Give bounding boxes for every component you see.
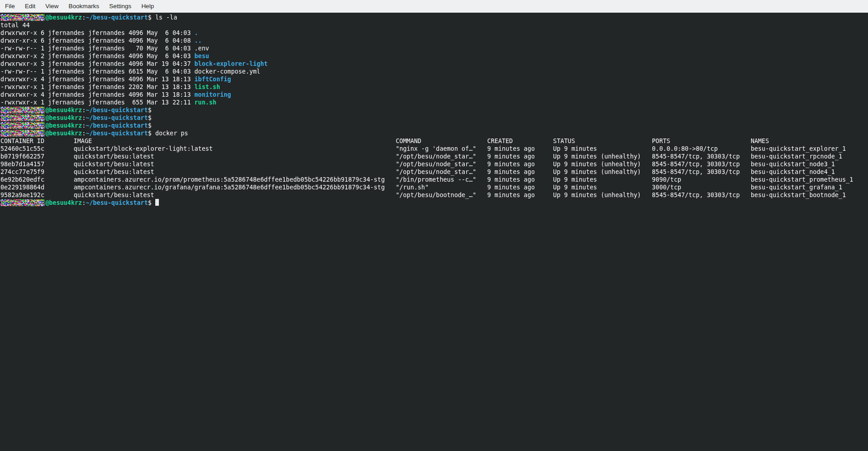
ls-entry-meta: drwxrwxr-x 3 jfernandes jfernandes 4096 … — [0, 60, 194, 67]
docker-ps-row-text: 274cc77e75f9 quickstart/besu:latest "/op… — [0, 169, 835, 175]
docker-ps-row: 9582a9ae192c quickstart/besu:latest "/op… — [0, 191, 868, 199]
prompt-line: @besuu4krz:~/besu-quickstart$ docker ps — [0, 129, 868, 137]
ls-total-line: total 44 — [0, 21, 868, 29]
docker-ps-row: 274cc77e75f9 quickstart/besu:latest "/op… — [0, 168, 868, 176]
ls-entry-name: . — [194, 30, 198, 36]
ls-entry-row: drwxrwxr-x 4 jfernandes jfernandes 4096 … — [0, 75, 868, 83]
terminal-cursor — [155, 199, 159, 206]
typed-command: ls -la — [155, 14, 177, 21]
prompt-symbol: $ — [148, 122, 155, 129]
prompt-separator: : — [82, 122, 86, 129]
docker-ps-headers: CONTAINER ID IMAGE COMMAND CREATED STATU… — [0, 138, 769, 144]
docker-ps-row: 98eb7d1a4157 quickstart/besu:latest "/op… — [0, 160, 868, 168]
ls-entry-name: docker-compose.yml — [194, 68, 260, 75]
prompt-host: @besuu4krz — [45, 199, 82, 206]
ls-entry-row: -rw-rw-r-- 1 jfernandes jfernandes 70 Ma… — [0, 45, 868, 52]
ls-entry-row: drwxrwxr-x 6 jfernandes jfernandes 4096 … — [0, 29, 868, 37]
ls-entry-name: run.sh — [194, 99, 216, 106]
ls-entry-row: -rwxrwxr-x 1 jfernandes jfernandes 655 M… — [0, 99, 868, 106]
prompt-symbol: $ — [148, 114, 155, 121]
ls-entry-row: drwxrwxr-x 3 jfernandes jfernandes 4096 … — [0, 60, 868, 68]
prompt-separator: : — [82, 199, 86, 206]
docker-ps-row-text: b0719f662257 quickstart/besu:latest "/op… — [0, 153, 842, 160]
ls-entry-name: .env — [194, 45, 209, 52]
prompt-host: @besuu4krz — [45, 107, 82, 114]
ls-entry-name: list.sh — [194, 84, 220, 90]
ls-entry-row: drwxrwxr-x 4 jfernandes jfernandes 4096 … — [0, 91, 868, 99]
menu-view[interactable]: View — [40, 0, 64, 12]
prompt-symbol: $ — [148, 107, 155, 114]
redacted-username-noise — [0, 130, 44, 137]
redacted-username-noise — [0, 14, 44, 21]
docker-ps-row-text: 6e92b620edfc ampcontainers.azurecr.io/pr… — [0, 176, 853, 183]
menu-edit[interactable]: Edit — [20, 0, 40, 12]
menu-bookmarks[interactable]: Bookmarks — [64, 0, 104, 12]
prompt-separator: : — [82, 130, 86, 137]
ls-entry-row: -rwxrwxr-x 1 jfernandes jfernandes 2202 … — [0, 83, 868, 91]
prompt-path: ~/besu-quickstart — [86, 122, 148, 129]
ls-entry-meta: drwxrwxr-x 4 jfernandes jfernandes 4096 … — [0, 76, 194, 83]
ls-entry-row: drwxr-xr-x 6 jfernandes jfernandes 4096 … — [0, 37, 868, 45]
menu-settings[interactable]: Settings — [104, 0, 137, 12]
prompt-path: ~/besu-quickstart — [86, 199, 148, 206]
docker-ps-row: b0719f662257 quickstart/besu:latest "/op… — [0, 153, 868, 160]
prompt-symbol: $ — [148, 130, 155, 137]
prompt-line: @besuu4krz:~/besu-quickstart$ ls -la — [0, 14, 868, 21]
ls-entry-name: besu — [194, 53, 209, 59]
prompt-host: @besuu4krz — [45, 114, 82, 121]
prompt-path: ~/besu-quickstart — [86, 14, 148, 21]
prompt-line: @besuu4krz:~/besu-quickstart$ — [0, 199, 868, 207]
redacted-username-noise — [0, 107, 44, 114]
menu-bar: File Edit View Bookmarks Settings Help — [0, 0, 868, 13]
redacted-username-noise — [0, 114, 44, 121]
ls-entry-name: .. — [194, 37, 202, 44]
ls-entry-meta: drwxrwxr-x 4 jfernandes jfernandes 4096 … — [0, 91, 194, 98]
ls-entry-row: drwxrwxr-x 2 jfernandes jfernandes 4096 … — [0, 52, 868, 60]
prompt-path: ~/besu-quickstart — [86, 107, 148, 114]
docker-ps-row: 52460c51c55c quickstart/block-explorer-l… — [0, 145, 868, 153]
menu-file[interactable]: File — [0, 0, 20, 12]
ls-entry-meta: -rwxrwxr-x 1 jfernandes jfernandes 655 M… — [0, 99, 194, 106]
redacted-username-noise — [0, 122, 44, 129]
ls-entry-meta: drwxrwxr-x 6 jfernandes jfernandes 4096 … — [0, 30, 194, 36]
prompt-line: @besuu4krz:~/besu-quickstart$ — [0, 106, 868, 114]
prompt-host: @besuu4krz — [45, 14, 82, 21]
prompt-separator: : — [82, 107, 86, 114]
ls-total: total 44 — [0, 22, 30, 29]
docker-ps-row: 0e229198864d ampcontainers.azurecr.io/gr… — [0, 183, 868, 191]
ls-entry-meta: -rwxrwxr-x 1 jfernandes jfernandes 2202 … — [0, 84, 194, 90]
ls-entry-name: ibftConfig — [194, 76, 231, 83]
docker-ps-header-row: CONTAINER ID IMAGE COMMAND CREATED STATU… — [0, 137, 868, 145]
terminal-output-area[interactable]: @besuu4krz:~/besu-quickstart$ ls -latota… — [0, 13, 868, 451]
prompt-separator: : — [82, 14, 86, 21]
prompt-line: @besuu4krz:~/besu-quickstart$ — [0, 122, 868, 129]
prompt-host: @besuu4krz — [45, 122, 82, 129]
prompt-host: @besuu4krz — [45, 130, 82, 137]
ls-entry-meta: drwxrwxr-x 2 jfernandes jfernandes 4096 … — [0, 53, 194, 59]
ls-entry-meta: -rw-rw-r-- 1 jfernandes jfernandes 70 Ma… — [0, 45, 194, 52]
ls-entry-name: block-explorer-light — [194, 60, 267, 67]
redacted-username-noise — [0, 199, 44, 206]
docker-ps-row: 6e92b620edfc ampcontainers.azurecr.io/pr… — [0, 176, 868, 183]
menu-help[interactable]: Help — [136, 0, 159, 12]
prompt-symbol: $ — [148, 14, 155, 21]
ls-entry-name: monitoring — [194, 91, 231, 98]
docker-ps-row-text: 98eb7d1a4157 quickstart/besu:latest "/op… — [0, 161, 835, 168]
typed-command: docker ps — [155, 130, 188, 137]
docker-ps-row-text: 9582a9ae192c quickstart/besu:latest "/op… — [0, 192, 846, 198]
ls-entry-meta: -rw-rw-r-- 1 jfernandes jfernandes 6615 … — [0, 68, 194, 75]
ls-entry-meta: drwxr-xr-x 6 jfernandes jfernandes 4096 … — [0, 37, 194, 44]
prompt-path: ~/besu-quickstart — [86, 114, 148, 121]
prompt-separator: : — [82, 114, 86, 121]
prompt-path: ~/besu-quickstart — [86, 130, 148, 137]
docker-ps-row-text: 52460c51c55c quickstart/block-explorer-l… — [0, 145, 846, 152]
prompt-line: @besuu4krz:~/besu-quickstart$ — [0, 114, 868, 122]
docker-ps-row-text: 0e229198864d ampcontainers.azurecr.io/gr… — [0, 184, 842, 191]
ls-entry-row: -rw-rw-r-- 1 jfernandes jfernandes 6615 … — [0, 68, 868, 75]
prompt-symbol: $ — [148, 199, 155, 206]
